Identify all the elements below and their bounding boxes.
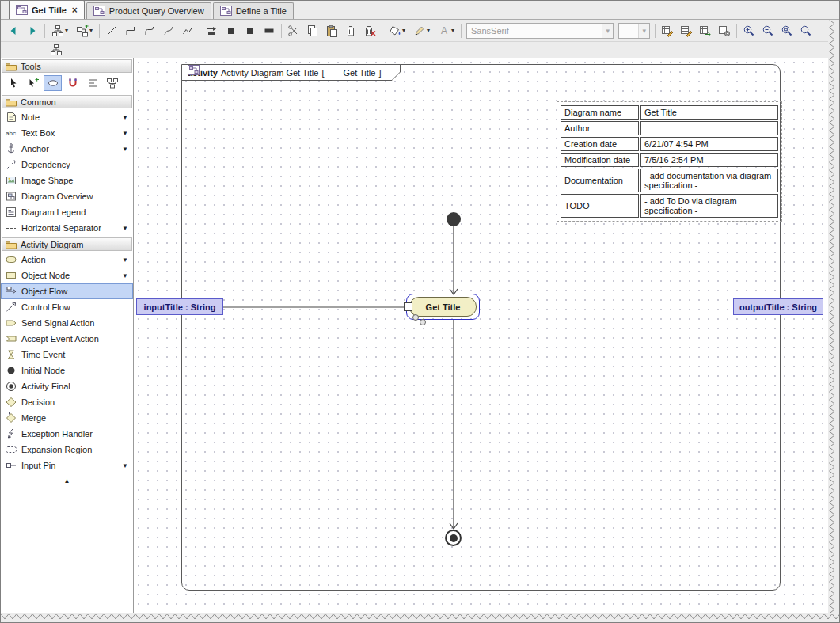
- copy-button[interactable]: [303, 21, 322, 40]
- fill-toggle-2-button[interactable]: [241, 21, 260, 40]
- activity-parameter-output[interactable]: outputTitle : String: [733, 298, 823, 315]
- tab-label: Get Title: [32, 6, 67, 15]
- palette-section-activity-diagram[interactable]: Activity Diagram: [2, 237, 132, 251]
- zoom-1-1-button[interactable]: [796, 21, 815, 40]
- chevron-down-icon[interactable]: ▼: [122, 114, 128, 121]
- fill-toggle-1-button[interactable]: [222, 21, 241, 40]
- palette-item-dependency[interactable]: Dependency: [1, 157, 133, 173]
- multi-select-tool[interactable]: [24, 75, 42, 91]
- layout-button[interactable]: ▾: [48, 21, 72, 40]
- show-ports-button[interactable]: [203, 21, 222, 40]
- palette-item-expansion-region[interactable]: Expansion Region: [1, 442, 133, 458]
- palette-item-send-signal-action[interactable]: Send Signal Action: [1, 315, 133, 331]
- compartment-settings-button[interactable]: [715, 21, 734, 40]
- sendsignal-icon: [5, 317, 17, 329]
- palette-item-input-pin[interactable]: Input Pin▼: [1, 458, 133, 473]
- forward-button[interactable]: [23, 21, 42, 40]
- palette-item-object-flow[interactable]: Object Flow: [1, 283, 133, 299]
- chevron-down-icon[interactable]: ▼: [122, 146, 128, 153]
- fit-in-window-button[interactable]: [777, 21, 796, 40]
- palette-item-image-shape[interactable]: Image Shape: [1, 173, 133, 188]
- line-oblique-icon: [105, 25, 118, 37]
- toolbar-separator: [655, 24, 656, 38]
- font-size-select[interactable]: ▾: [618, 23, 650, 39]
- chevron-down-icon[interactable]: ▼: [122, 272, 128, 279]
- palette-item-activity-final[interactable]: Activity Final: [1, 378, 133, 394]
- related-table-button[interactable]: [696, 21, 715, 40]
- palette-item-text-box[interactable]: abcText Box▼: [1, 125, 133, 141]
- palette-item-exception-handler[interactable]: Exception Handler: [1, 426, 133, 442]
- fill-toggle-3-button[interactable]: [260, 21, 279, 40]
- chevron-down-icon[interactable]: ▼: [122, 130, 128, 137]
- select-tool[interactable]: [4, 75, 22, 91]
- note-icon: [5, 111, 17, 123]
- palette-item-merge[interactable]: Merge: [1, 410, 133, 426]
- close-tab-icon[interactable]: ×: [72, 6, 78, 14]
- palette-section-common[interactable]: Common: [2, 95, 132, 108]
- show-containment-button[interactable]: [47, 40, 66, 59]
- action-get-title[interactable]: Get Title: [409, 297, 477, 317]
- palette-item-control-flow[interactable]: Control Flow: [1, 299, 133, 315]
- line-color-button[interactable]: ▾: [409, 21, 434, 40]
- controlflow-icon: [5, 301, 17, 313]
- manipulator-handle[interactable]: [420, 319, 426, 325]
- tab-get-title[interactable]: Get Title×: [9, 0, 85, 19]
- magnet-tool[interactable]: [63, 75, 82, 91]
- diagram-canvas[interactable]: activity Activity Diagram Get Title [ Ge…: [134, 58, 830, 613]
- add-related-elements-button[interactable]: ▾: [72, 21, 97, 40]
- zoom-in-button[interactable]: [739, 21, 758, 40]
- tab-define-a-title[interactable]: Define a Title: [213, 2, 294, 19]
- edit-compartment-button[interactable]: [658, 21, 677, 40]
- chevron-down-icon: ▾: [638, 24, 649, 38]
- bezier-path-button[interactable]: [159, 21, 178, 40]
- back-button[interactable]: [4, 21, 23, 40]
- tab-product-query-overview[interactable]: Product Query Overview: [86, 2, 211, 19]
- delete-button[interactable]: [341, 21, 360, 40]
- palette-collapse-button[interactable]: ▲: [1, 473, 133, 484]
- rounded-path-button[interactable]: [140, 21, 159, 40]
- flow-edges: [134, 58, 830, 613]
- chevron-down-icon[interactable]: ▼: [122, 256, 128, 264]
- activity-final-node[interactable]: [445, 530, 462, 546]
- structure-tool[interactable]: [103, 75, 121, 91]
- palette-item-object-node[interactable]: Object Node▼: [1, 268, 133, 283]
- palette-item-accept-event-action[interactable]: Accept Event Action: [1, 331, 133, 347]
- font-color-button[interactable]: A▾: [434, 21, 458, 40]
- fill-color-button[interactable]: ▾: [385, 21, 409, 40]
- palette-section-tools[interactable]: Tools: [2, 59, 132, 73]
- paste-button[interactable]: [322, 21, 341, 40]
- palette-item-note[interactable]: Note▼: [1, 109, 133, 125]
- align-tool[interactable]: [83, 75, 101, 91]
- activity-diagram-icon: [220, 5, 233, 17]
- palette-item-initial-node[interactable]: Initial Node: [1, 363, 133, 378]
- zoom-out-button[interactable]: [758, 21, 777, 40]
- chevron-down-icon[interactable]: ▼: [122, 225, 128, 232]
- palette-item-diagram-overview[interactable]: Diagram Overview: [1, 188, 133, 204]
- palette-item-anchor[interactable]: Anchor▼: [1, 141, 133, 157]
- exception-icon: [5, 427, 17, 440]
- palette-item-label: Note: [21, 112, 40, 122]
- activity-parameter-input[interactable]: inputTitle : String: [136, 298, 223, 315]
- palette-item-diagram-legend[interactable]: Diagram Legend: [1, 204, 133, 220]
- delete-from-model-button[interactable]: [360, 21, 379, 40]
- palette-item-decision[interactable]: Decision: [1, 394, 133, 410]
- chevron-down-icon: ▾: [65, 27, 68, 34]
- font-family-select[interactable]: SansSerif▾: [466, 23, 614, 39]
- palette-item-label: Decision: [21, 397, 55, 407]
- svg-text:A: A: [441, 25, 447, 36]
- edit-compartment-2-button[interactable]: [677, 21, 696, 40]
- manipulator-handle[interactable]: [412, 314, 419, 321]
- palette-item-time-event[interactable]: Time Event: [1, 347, 133, 363]
- link-tool[interactable]: [44, 75, 62, 91]
- input-pin[interactable]: [404, 302, 412, 311]
- cut-button[interactable]: [284, 21, 303, 40]
- palette-item-horizontal-separator[interactable]: Horizontal Separator▼: [1, 220, 133, 236]
- link-icon: [47, 77, 59, 89]
- palette-item-action[interactable]: Action▼: [1, 252, 133, 268]
- oblique-break-path-button[interactable]: [178, 21, 197, 40]
- rectilinear-path-button[interactable]: [121, 21, 140, 40]
- scissors-icon: [287, 25, 300, 37]
- initial-node[interactable]: [447, 212, 461, 226]
- chevron-down-icon[interactable]: ▼: [122, 462, 128, 469]
- oblique-path-button[interactable]: [102, 21, 121, 40]
